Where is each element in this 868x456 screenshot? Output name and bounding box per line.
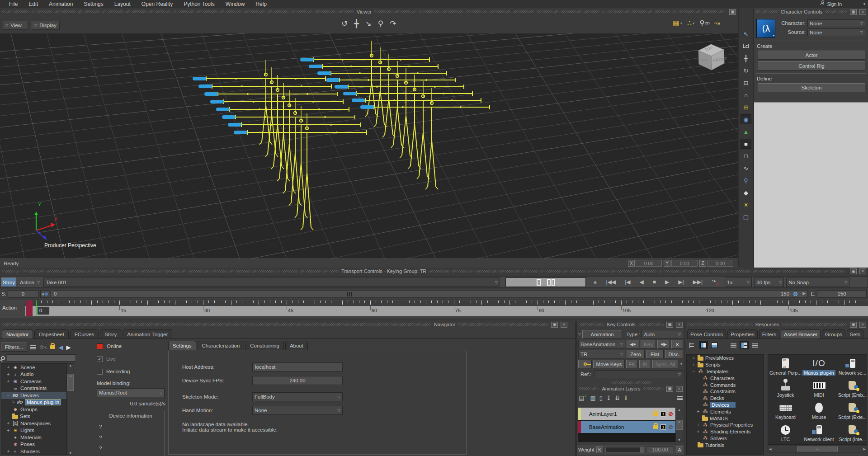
asset-grid-hscrollbar[interactable]: ◀ ≡ ▶ bbox=[768, 446, 867, 452]
ik-button[interactable]: IK bbox=[639, 360, 651, 368]
menu-file[interactable]: File bbox=[4, 0, 23, 8]
menu-settings[interactable]: Settings bbox=[78, 0, 108, 8]
animation-mode-button[interactable]: Animation bbox=[582, 330, 622, 338]
scrollbar-thumb[interactable]: ≡ bbox=[797, 447, 838, 451]
tree-item-manus[interactable]: MANUS bbox=[687, 415, 764, 422]
new-layer-icon[interactable]: ▤+ bbox=[579, 394, 587, 401]
drag-dots[interactable] bbox=[429, 270, 847, 273]
solo-icon[interactable]: 1 bbox=[660, 424, 666, 430]
tree-item-shaders[interactable]: +◐Shaders bbox=[1, 448, 66, 455]
close-panel-icon[interactable]: × bbox=[676, 386, 683, 392]
lasso-icon[interactable]: ↝ bbox=[714, 19, 720, 27]
menu-layout[interactable]: Layout bbox=[109, 0, 136, 8]
drag-dots[interactable] bbox=[458, 323, 548, 326]
rotate-icon[interactable]: ↻ bbox=[741, 66, 751, 75]
tree-item-devices[interactable]: −I/ODevices bbox=[1, 392, 66, 399]
tree-item-manus-plug-in[interactable]: └I/OManus plug-in bbox=[1, 399, 66, 406]
move-keys-button[interactable]: Move Keys bbox=[593, 360, 625, 368]
key-icon-button[interactable] bbox=[578, 360, 592, 368]
prev-key-button[interactable]: |◀ bbox=[625, 279, 630, 285]
create-control-rig-button[interactable]: Control Rig bbox=[758, 61, 865, 71]
float-panel-icon[interactable]: ▣ bbox=[729, 9, 736, 15]
drag-dots[interactable] bbox=[782, 323, 847, 326]
asset-network-client[interactable]: Network client bbox=[802, 423, 835, 444]
single-view-icon[interactable] bbox=[537, 279, 541, 286]
navigator-tree-scrollbar[interactable]: ▲ ≡ ▼ bbox=[67, 363, 74, 455]
live-row[interactable]: ✓Live bbox=[97, 354, 165, 363]
tab-about[interactable]: About bbox=[285, 341, 308, 350]
asset-script-emb-[interactable]: Script (Emb... bbox=[836, 379, 867, 400]
range-expand-icon[interactable]: ▶ bbox=[802, 291, 806, 296]
viewport-3d[interactable]: XYTOPFRONTLEFT Producer Perspective bbox=[0, 33, 738, 259]
tree-expander[interactable]: + bbox=[6, 372, 10, 377]
scroll-down-icon[interactable]: ▼ bbox=[69, 451, 72, 455]
filters-button[interactable]: Filters... bbox=[1, 343, 27, 352]
view-menu-button[interactable]: ▽View bbox=[3, 21, 28, 30]
zero-button[interactable]: Zero bbox=[627, 350, 645, 358]
action-timeline[interactable]: Action 153045607590105120135 0 bbox=[0, 300, 868, 318]
tab-constraining[interactable]: Constraining bbox=[245, 341, 284, 350]
close-panel-icon[interactable]: × bbox=[561, 322, 567, 328]
zoom-icon[interactable]: ⚲ bbox=[378, 19, 383, 28]
keying-group-dropdown[interactable]: TR▽ bbox=[578, 350, 625, 358]
list-view-icon[interactable] bbox=[729, 341, 738, 349]
character-cells-area[interactable] bbox=[754, 102, 868, 268]
asset-midi[interactable]: MIDI bbox=[802, 379, 835, 400]
tree-expander[interactable]: − bbox=[6, 393, 10, 398]
close-panel-icon[interactable]: × bbox=[859, 268, 866, 274]
close-panel-icon[interactable]: × bbox=[859, 9, 866, 15]
ruler-display-icon[interactable]: ▦▼ bbox=[673, 19, 683, 27]
record-button[interactable]: ● bbox=[593, 278, 597, 286]
coord-z-value[interactable]: 0.00 bbox=[707, 260, 733, 267]
menu-window[interactable]: Window bbox=[220, 0, 250, 8]
tree-item-commands[interactable]: ⁂Commands bbox=[687, 381, 764, 388]
tab-story[interactable]: Story bbox=[100, 329, 121, 338]
menu-open-reality[interactable]: Open Reality bbox=[136, 0, 178, 8]
detail-view-icon[interactable] bbox=[750, 341, 760, 349]
merge-layer-icon[interactable]: ↧ bbox=[606, 395, 611, 401]
scroll-right-icon[interactable]: ▶ bbox=[863, 447, 866, 451]
next-key-button[interactable]: ●▶ bbox=[657, 340, 670, 348]
range-slider-grip[interactable] bbox=[347, 292, 352, 296]
tree-item-physical-properties[interactable]: +⁂Physical Properties bbox=[687, 422, 764, 428]
display-menu-button[interactable]: ▽Display bbox=[32, 21, 60, 30]
tab-pose-controls[interactable]: Pose Controls bbox=[687, 329, 726, 338]
mute-icon[interactable]: ⊘ bbox=[668, 423, 675, 430]
keying-dots-icon[interactable]: ∴▼ bbox=[687, 19, 695, 27]
tree-item-devices[interactable]: ⁂Devices bbox=[687, 402, 764, 409]
end-frame-field[interactable]: 150 bbox=[817, 290, 867, 298]
tree-item-sets[interactable]: Sets bbox=[1, 413, 66, 420]
asset-ltc[interactable]: LTC bbox=[769, 423, 802, 444]
tab-navigator[interactable]: Navigator bbox=[2, 329, 33, 338]
scrollbar-thumb[interactable]: ≡ bbox=[67, 374, 74, 391]
ref-dropdown[interactable]: ▽ bbox=[594, 370, 683, 378]
search-input[interactable] bbox=[7, 354, 76, 362]
float-panel-icon[interactable]: ▣ bbox=[551, 322, 558, 328]
model-binding-dropdown[interactable]: Manus:Root▽ bbox=[97, 388, 165, 397]
mute-icon[interactable]: ⊘ bbox=[668, 410, 675, 417]
asset-general-purp-[interactable]: General Purp... bbox=[769, 357, 802, 378]
tree-item-scene[interactable]: +◈Scene bbox=[1, 364, 66, 371]
animation-group-dropdown[interactable]: BaseAnimation▽ bbox=[578, 340, 625, 348]
hierarchy-icon[interactable] bbox=[688, 341, 697, 349]
tab-dopesheet[interactable]: Dopesheet bbox=[34, 329, 69, 338]
delete-layer-icon[interactable]: ▯ bbox=[599, 395, 603, 401]
tree-item-templates[interactable]: −⁂Templates bbox=[687, 368, 764, 375]
chevron-down-icon[interactable]: ▼ bbox=[772, 34, 775, 37]
star-cursor-icon[interactable]: ☆↖ bbox=[39, 344, 47, 350]
scroll-up-icon[interactable]: ▲ bbox=[69, 364, 72, 367]
character-dropdown[interactable]: None▽ bbox=[807, 19, 865, 27]
translate-icon[interactable]: ╋ bbox=[741, 53, 751, 63]
snap-dropdown[interactable]: No Snap▽ bbox=[786, 277, 849, 287]
view-cube[interactable]: TOPFRONTLEFT bbox=[698, 44, 727, 70]
close-panel-icon[interactable]: × bbox=[676, 322, 683, 328]
chevron-down-icon[interactable]: ▽ bbox=[578, 332, 581, 336]
online-row[interactable]: Online bbox=[97, 342, 165, 351]
range-slider-ball[interactable] bbox=[793, 292, 797, 296]
scroll-left-icon[interactable]: ◀ bbox=[769, 447, 771, 451]
close-panel-icon[interactable]: × bbox=[859, 322, 866, 328]
asset-manus-plug-in[interactable]: I/OManus plug-in bbox=[802, 357, 835, 378]
drag-dots[interactable] bbox=[579, 387, 599, 390]
recording-row[interactable]: Recording bbox=[97, 367, 165, 376]
pin-icon[interactable]: ⚲ bbox=[741, 175, 751, 185]
